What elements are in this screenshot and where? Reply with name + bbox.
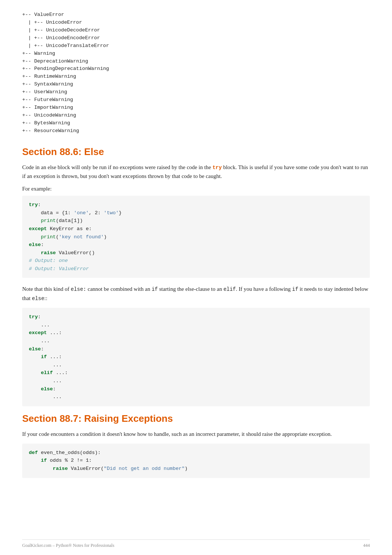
section-887-prose1: If your code encounters a condition it d… [22, 430, 370, 438]
tree-line: +-- DeprecationWarning [22, 58, 370, 65]
code-line: try: [29, 313, 363, 321]
page: +-- ValueError | +-- UnicodeError | +-- … [0, 0, 392, 555]
exception-tree: +-- ValueError | +-- UnicodeError | +-- … [22, 11, 370, 135]
tree-line: | +-- UnicodeTranslateError [22, 42, 370, 50]
code-line: try: [29, 201, 363, 209]
code-line: data = {1: 'one', 2: 'two'} [29, 209, 363, 217]
code-block-3: def even_the_odds(odds): if odds % 2 != … [22, 444, 370, 478]
section-886-prose1: Code in an else block will only be run i… [22, 163, 370, 181]
code-block-1: try: data = {1: 'one', 2: 'two'} print(d… [22, 196, 370, 278]
for-example-label: For example: [22, 186, 370, 192]
tree-line: | +-- UnicodeError [22, 19, 370, 27]
section-887-title: Section 88.7: Raising Exceptions [22, 413, 370, 424]
if-code: if [152, 286, 158, 292]
tree-line: +-- BytesWarning [22, 120, 370, 127]
code-line: raise ValueError() [29, 249, 363, 257]
code-line: print('key not found') [29, 233, 363, 241]
code-line: print(data[1]) [29, 217, 363, 225]
code-line: if ...: [29, 353, 363, 361]
page-footer: GoalKicker.com – Python® Notes for Profe… [22, 539, 370, 548]
code-line: ... [29, 361, 363, 369]
code-line: # Output: one [29, 257, 363, 265]
footer-left: GoalKicker.com – Python® Notes for Profe… [22, 543, 114, 548]
tree-line: | +-- UnicodeDecodeError [22, 27, 370, 34]
tree-line: +-- UserWarning [22, 88, 370, 96]
code-line: if odds % 2 != 1: [29, 457, 363, 465]
code-line: raise ValueError("Did not get an odd num… [29, 465, 363, 473]
try-keyword: try [212, 165, 222, 171]
section-886-title: Section 88.6: Else [22, 146, 370, 158]
section-886-prose2: Note that this kind of else: cannot be c… [22, 285, 370, 303]
else-keyword2: else [32, 296, 44, 302]
code-line: ... [29, 321, 363, 329]
if-code2: if [292, 286, 298, 292]
code-line: ... [29, 337, 363, 345]
code-line: except ...: [29, 329, 363, 337]
tree-line: +-- Warning [22, 50, 370, 58]
code-line: # Output: ValueError [29, 265, 363, 273]
tree-line: +-- ValueError [22, 11, 370, 19]
code-line: elif ...: [29, 369, 363, 377]
code-line: def even_the_odds(odds): [29, 449, 363, 457]
code-line: except KeyError as e: [29, 225, 363, 233]
footer-right: 444 [363, 543, 370, 548]
code-line: else: [29, 345, 363, 353]
tree-line: +-- PendingDeprecationWarning [22, 65, 370, 73]
code-line: else: [29, 385, 363, 393]
tree-line: +-- ResourceWarning [22, 127, 370, 135]
code-line: else: [29, 241, 363, 249]
elif-keyword: elif [223, 286, 236, 292]
tree-line: +-- RuntimeWarning [22, 73, 370, 81]
code-block-2: try: ... except ...: ... else: if ...: .… [22, 308, 370, 406]
tree-line: +-- ImportWarning [22, 104, 370, 112]
code-line: ... [29, 377, 363, 385]
tree-line: +-- FutureWarning [22, 96, 370, 104]
else-keyword: else: [71, 286, 86, 292]
tree-line: +-- SyntaxWarning [22, 81, 370, 88]
code-line: ... [29, 393, 363, 401]
tree-line: | +-- UnicodeEncodeError [22, 34, 370, 42]
tree-line: +-- UnicodeWarning [22, 112, 370, 120]
